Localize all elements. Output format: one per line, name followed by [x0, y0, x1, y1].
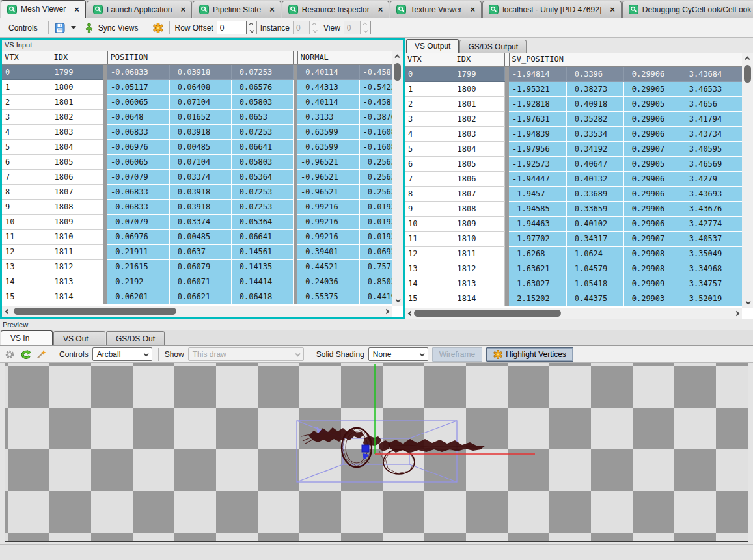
tab-texture-viewer[interactable]: Texture Viewer × [390, 1, 482, 18]
table-row[interactable]: 31802-0.0648 0.01652 0.0653 0.3133-0.387… [2, 109, 392, 124]
cell: 1.05418 [566, 276, 623, 291]
table-row[interactable]: 101809-0.07079 0.03374 0.05364-0.99216 0… [2, 214, 392, 229]
table-row[interactable]: 151814-2.15202 0.44375 0.29903 3.52019 [405, 291, 742, 306]
column-header-normal[interactable]: NORMAL [297, 51, 392, 64]
row-offset-stepper[interactable] [217, 21, 257, 34]
tab-debugging-pixel[interactable]: Debugging CyCelLook/CelLook - Pixel… × [622, 1, 753, 18]
tab-vs-out[interactable]: VS Out [53, 331, 105, 345]
column-header-vtx[interactable]: VTX [2, 51, 51, 64]
tab-vs-in[interactable]: VS In [1, 330, 53, 345]
tab-resource-inspector[interactable]: Resource Inspector × [282, 1, 390, 18]
column-header-position[interactable]: POSITION [107, 51, 293, 64]
view-stepper [344, 21, 371, 34]
scroll-down-icon[interactable] [392, 295, 403, 306]
cell: 0.29906 [623, 111, 681, 126]
table-row[interactable]: 111810-1.97702 0.34317 0.29907 3.40537 [405, 231, 742, 246]
scroll-up-icon[interactable] [742, 53, 753, 64]
row-offset-input[interactable] [217, 21, 247, 34]
tab-gsds-out[interactable]: GS/DS Out [106, 331, 165, 345]
table-row[interactable]: 51804-0.06976 0.00485 0.06641 0.63599-0.… [2, 139, 392, 154]
close-icon[interactable]: × [378, 5, 383, 14]
horizontal-scrollbar[interactable] [405, 308, 742, 319]
tab-mesh-viewer[interactable]: Mesh Viewer × [1, 0, 86, 18]
close-icon[interactable]: × [471, 5, 476, 14]
column-header-idx[interactable]: IDX [454, 53, 504, 66]
solid-shading-dropdown[interactable]: None [368, 347, 428, 361]
scrollbar-thumb[interactable] [14, 308, 176, 315]
table-row[interactable]: 151814 0.06201 0.06621 0.06418-0.55375-0… [2, 289, 392, 304]
table-row[interactable]: 111810-0.06976 0.00485 0.06641-0.99216 0… [2, 229, 392, 244]
controls-dropdown[interactable]: Arcball [92, 347, 152, 361]
settings-gear-icon[interactable] [4, 349, 16, 360]
close-icon[interactable]: × [74, 5, 79, 14]
scroll-right-icon[interactable] [381, 306, 392, 317]
cell: -0.07079 [107, 169, 169, 184]
tab-pipeline-state[interactable]: Pipeline State × [193, 1, 281, 18]
sync-views-button[interactable]: Sync Views [98, 23, 139, 33]
close-icon[interactable]: × [180, 5, 185, 14]
vs-input-header-row: VTX IDX POSITION NORMAL [2, 51, 392, 64]
table-row[interactable]: 141813-1.63027 1.05418 0.29909 3.34757 [405, 276, 742, 291]
cell: 1809 [51, 214, 103, 229]
cell: 3.40537 [681, 231, 742, 246]
scrollbar-thumb[interactable] [744, 65, 751, 83]
table-row[interactable]: 41803-0.06833 0.03918 0.07253 0.63599-0.… [2, 124, 392, 139]
tab-label: Resource Inspector [302, 5, 370, 14]
table-row[interactable]: 51804-1.97956 0.34192 0.29907 3.40595 [405, 141, 742, 156]
vertical-scrollbar[interactable] [392, 51, 403, 306]
tab-vs-output[interactable]: VS Output [406, 39, 459, 53]
scrollbar-thumb[interactable] [414, 310, 561, 317]
debug-vertex-wand-icon[interactable] [35, 349, 47, 360]
column-header-vtx[interactable]: VTX [405, 53, 454, 66]
highlight-asterisk-icon[interactable] [152, 22, 164, 34]
highlight-vertices-button[interactable]: Highlight Vertices [486, 347, 573, 362]
table-row[interactable]: 131812-1.63621 1.04579 0.29908 3.34968 [405, 261, 742, 276]
table-row[interactable]: 131812-0.21615 0.06079-0.14135 0.44521-0… [2, 259, 392, 274]
close-icon[interactable]: × [610, 5, 615, 14]
table-row[interactable]: 61805-1.92573 0.40647 0.29905 3.46569 [405, 156, 742, 171]
cell: 1810 [51, 229, 103, 244]
scroll-right-icon[interactable] [731, 308, 742, 319]
scroll-down-icon[interactable] [742, 297, 753, 308]
table-row[interactable]: 21801-0.06065 0.07104 0.05803 0.40114-0.… [2, 94, 392, 109]
table-row[interactable]: 31802-1.97631 0.35282 0.29906 3.41794 [405, 111, 742, 126]
cell: -1.9457 [509, 186, 566, 201]
horizontal-scrollbar[interactable] [2, 306, 392, 317]
table-row[interactable]: 101809-1.94463 0.40102 0.29906 3.42774 [405, 216, 742, 231]
scroll-up-icon[interactable] [392, 51, 403, 62]
vertical-scrollbar[interactable] [742, 53, 753, 308]
column-header-idx[interactable]: IDX [51, 51, 103, 64]
table-row[interactable]: 61805-0.06065 0.07104 0.05803-0.96521 0.… [2, 154, 392, 169]
table-row[interactable]: 71806-1.94447 0.40132 0.29906 3.4279 [405, 171, 742, 186]
tab-capture-connection[interactable]: localhost - Unity [PID 47692] × [482, 1, 622, 18]
cell: -0.96521 [297, 184, 359, 199]
save-icon[interactable] [54, 22, 66, 34]
table-row[interactable]: 121811-1.6268 1.0624 0.29908 3.35049 [405, 246, 742, 261]
close-icon[interactable]: × [269, 5, 275, 14]
table-row[interactable]: 01799-0.06833 0.03918 0.07253 0.40114-0.… [2, 64, 392, 79]
cell: 3.43734 [681, 126, 742, 141]
controls-button[interactable]: Controls [3, 21, 43, 35]
table-row[interactable]: 11800-0.05117 0.06408 0.06576 0.44313-0.… [2, 79, 392, 94]
row-offset-spin-arrows[interactable] [247, 21, 257, 34]
scrollbar-thumb[interactable] [394, 63, 401, 81]
reset-camera-icon[interactable] [20, 349, 31, 360]
table-row[interactable]: 81807-1.9457 0.33689 0.29906 3.43693 [405, 186, 742, 201]
table-row[interactable]: 01799-1.94814 0.3396 0.29906 3.43684 [405, 66, 742, 81]
table-row[interactable]: 81807-0.06833 0.03918 0.07253-0.96521 0.… [2, 184, 392, 199]
tab-launch-application[interactable]: Launch Application × [87, 1, 192, 18]
column-gap [103, 214, 107, 229]
table-row[interactable]: 91808-1.94585 0.33659 0.29906 3.43676 [405, 201, 742, 216]
tab-gsds-output[interactable]: GS/DS Output [459, 40, 527, 53]
table-row[interactable]: 21801-1.92818 0.40918 0.29905 3.4656 [405, 96, 742, 111]
scroll-left-icon[interactable] [2, 306, 13, 317]
table-row[interactable]: 71806-0.07079 0.03374 0.05364-0.96521 0.… [2, 169, 392, 184]
preview-3d-viewport[interactable] [5, 363, 748, 542]
table-row[interactable]: 41803-1.94839 0.33534 0.29906 3.43734 [405, 126, 742, 141]
save-menu-caret-icon[interactable] [71, 26, 76, 29]
table-row[interactable]: 141813-0.2192 0.06071-0.14414 0.24036-0.… [2, 274, 392, 289]
column-header-sv-position[interactable]: SV_POSITION [509, 53, 742, 66]
table-row[interactable]: 11800-1.95321 0.38273 0.29905 3.46533 [405, 81, 742, 96]
table-row[interactable]: 121811-0.21911 0.0637-0.14561 0.39401-0.… [2, 244, 392, 259]
table-row[interactable]: 91808-0.06833 0.03918 0.07253-0.99216 0.… [2, 199, 392, 214]
